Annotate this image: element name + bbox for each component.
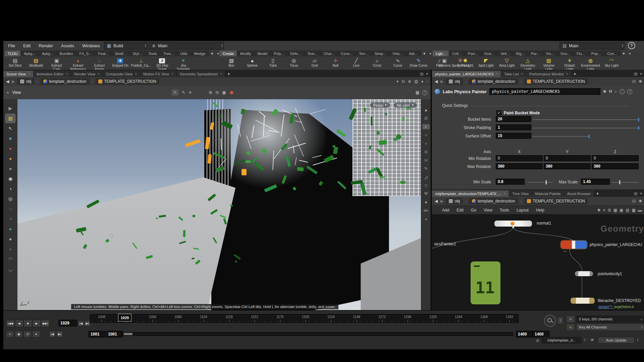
gray-state-icon[interactable]: ●	[6, 164, 15, 173]
network-menu-tools[interactable]: Tools	[500, 208, 509, 213]
pane-add-icon[interactable]: +	[225, 71, 232, 77]
min-rotation-y-field[interactable]: 0	[544, 155, 591, 161]
bucket-items-field[interactable]: 20	[496, 116, 531, 122]
pane-tab-assetbrowser[interactable]: Asset Browser	[564, 190, 594, 197]
select-arrow-icon[interactable]: ↖	[172, 89, 178, 96]
half-sphere-icon[interactable]: ◒	[422, 216, 430, 222]
min-rotation-x-field[interactable]: 0	[496, 155, 543, 161]
stroke-padding-slider[interactable]	[533, 128, 639, 128]
cursor-icon[interactable]: ↖	[6, 124, 15, 133]
shelf-menu-icon[interactable]: ▾	[627, 51, 633, 56]
pane-tab-renderview[interactable]: Render View×	[71, 71, 103, 77]
context-path-chip[interactable]: /obj/template_d...	[541, 337, 582, 344]
range-start-field[interactable]: 1001	[106, 331, 123, 338]
auto-update-select[interactable]: Auto Update	[598, 337, 635, 344]
global-start-field[interactable]: 1001	[89, 331, 105, 338]
shelf-tab-poly[interactable]: Poly...	[271, 51, 287, 56]
shade-mode-icon[interactable]: ◐	[422, 124, 430, 129]
shelf-tool-curve[interactable]: ∿Curve	[387, 57, 408, 68]
key-all-channels-button[interactable]: Key All Channels▲▼	[576, 323, 644, 331]
range-slider[interactable]	[121, 332, 513, 336]
shelf-tab-tools[interactable]: Tools	[145, 51, 160, 56]
pin-icon[interactable]: ⊟	[632, 79, 636, 84]
display-icon[interactable]: ▫	[427, 79, 428, 84]
snap-grid-icon[interactable]: ⊞	[209, 90, 212, 95]
shelf-tab-vis[interactable]: Vis...	[543, 51, 557, 56]
follow-playhead-button[interactable]: ↖	[6, 331, 14, 338]
dot-icon[interactable]: ●	[422, 199, 430, 205]
shelf-tab-pop[interactable]: Pop...	[588, 51, 604, 56]
info-icon[interactable]: i	[620, 89, 625, 94]
shelf-tab-adr[interactable]: Adr...	[406, 51, 421, 56]
pane-split-icon[interactable]: ▤	[634, 72, 637, 76]
node-output-dot[interactable]	[512, 226, 514, 228]
shelf-tab-wedge[interactable]: Wedge	[191, 51, 209, 56]
pane-tab-physicspainterlargechunc[interactable]: physics_painter_LARGECHUNCKS×	[432, 71, 501, 77]
shelf-add-icon[interactable]: +	[421, 51, 428, 56]
stop-button[interactable]: ■	[23, 320, 32, 327]
shelf-tool-geometrylight[interactable]: △Geometry Light	[517, 57, 538, 71]
shelf-tab-create[interactable]: Create	[220, 51, 237, 56]
bulb-icon[interactable]: ○	[422, 132, 430, 138]
frame-ruler[interactable]: 1008103210561080110411281152117612001224…	[90, 314, 519, 323]
gear-icon[interactable]: ✱	[603, 89, 606, 94]
prev-key-button[interactable]: |◀	[78, 320, 84, 326]
range-end-button[interactable]: ▶|	[56, 331, 63, 338]
shelf-tab-styl[interactable]: Styl...	[130, 51, 146, 56]
shelf-tool-snippetdn[interactable]: ✚Snippet Dn	[110, 57, 130, 68]
shelf-tab-text[interactable]: Text...	[305, 51, 321, 56]
marquee-icon[interactable]: □	[422, 183, 430, 188]
forward-icon[interactable]: ▶	[440, 79, 443, 84]
camera-menu[interactable]: No cam ▼	[393, 102, 417, 108]
surface-offset-slider[interactable]	[533, 136, 590, 137]
close-icon[interactable]: ×	[220, 72, 222, 76]
pane-menu-icon[interactable]: ▾	[640, 72, 642, 76]
breadcrumb-obj[interactable]: obj	[446, 198, 463, 204]
step-back-button[interactable]: ◀	[15, 320, 23, 327]
jump-end-button[interactable]: ▶▶|	[41, 320, 50, 327]
back-icon[interactable]: ◀	[435, 199, 438, 203]
network-canvas[interactable]: Geometry normal1 sicsPainter2 physics_pa…	[432, 214, 644, 310]
layout-blue-icon[interactable]: ▩	[632, 208, 636, 213]
play-button[interactable]: ▶	[32, 320, 41, 327]
pane-add-icon[interactable]: +	[572, 71, 578, 77]
filecache-version-link[interactable]: version"')	[598, 305, 612, 309]
forward-icon[interactable]: ▶	[12, 79, 15, 84]
scene-spinner[interactable]: ▲▼	[220, 43, 224, 49]
menu-item-assets[interactable]: Assets	[61, 43, 74, 48]
tray-icon[interactable]: ▬	[638, 208, 642, 213]
node-normal[interactable]	[494, 221, 532, 227]
group-icon[interactable]: ◉	[6, 174, 15, 183]
playhead-frame-box[interactable]: 1029	[118, 314, 131, 321]
close-icon[interactable]: ×	[28, 72, 30, 76]
breadcrumb-templatedestruction[interactable]: template_destruction	[469, 78, 518, 84]
grid2-icon[interactable]: ▦	[613, 208, 617, 213]
close-icon[interactable]: ×	[566, 72, 568, 76]
snap-multi-icon[interactable]: ⊟	[215, 90, 219, 95]
jump-start-button[interactable]: |◀◀	[6, 320, 15, 327]
pane-split-icon[interactable]: ▤	[420, 72, 423, 76]
close-icon[interactable]: ×	[496, 72, 498, 76]
rings-icon[interactable]: ◎	[6, 194, 15, 203]
network-menu-add[interactable]: Add	[442, 208, 449, 213]
scene-selector[interactable]: ⊕ Main	[149, 42, 224, 50]
close-icon[interactable]: ×	[171, 72, 173, 76]
select-arrow-icon[interactable]: ▶	[6, 104, 15, 113]
menu-item-render[interactable]: Render	[39, 43, 53, 48]
breadcrumb-templatedestruction[interactable]: TEMPLATE_DESTRUCTION	[524, 198, 588, 204]
shelf-tab-grai[interactable]: Grai...	[481, 51, 497, 56]
shelf-tab-par[interactable]: Par...	[528, 51, 543, 56]
pen-icon[interactable]: ✎	[422, 166, 430, 171]
pin-light-icon[interactable]: ⊙	[422, 149, 430, 155]
back-icon[interactable]: ◀	[435, 79, 438, 84]
forward-icon[interactable]: ▶	[440, 199, 443, 203]
shelf-tab-char[interactable]: Char...	[321, 51, 338, 56]
shelf-tab-simp[interactable]: Simp...	[372, 51, 389, 56]
shelf-tool-arealight[interactable]: ▽Area Light	[496, 57, 517, 68]
shelf-tool-sphere[interactable]: ●Sphere	[242, 57, 263, 68]
close-icon[interactable]: ×	[135, 72, 137, 76]
max-rotation-y-field[interactable]: 360	[544, 163, 591, 169]
viewport[interactable]: Persp ▼ No cam ▼ z Left mouse tumbles. M…	[17, 99, 421, 310]
red-ring-icon[interactable]: ○	[6, 204, 15, 213]
wrench-icon[interactable]: ✱	[597, 208, 600, 213]
